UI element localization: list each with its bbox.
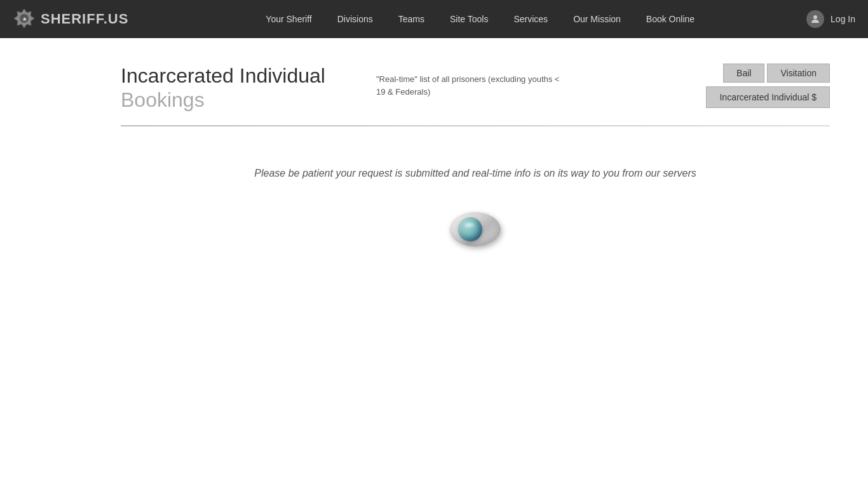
- loading-message: Please be patient your request is submit…: [254, 165, 696, 182]
- nav-your-sheriff[interactable]: Your Sheriff: [253, 9, 324, 29]
- visitation-button[interactable]: Visitation: [767, 64, 830, 83]
- globe-shine: [463, 221, 476, 229]
- page-subtitle: "Real-time" list of all prisoners (exclu…: [376, 73, 567, 98]
- user-icon: [806, 10, 824, 28]
- main-nav: Your Sheriff Divisions Teams Site Tools …: [154, 9, 806, 29]
- top-button-row: Bail Visitation: [723, 64, 830, 83]
- subtitle-area: "Real-time" list of all prisoners (exclu…: [325, 64, 706, 98]
- nav-divisions[interactable]: Divisions: [325, 9, 386, 29]
- sheriff-badge-icon: ★: [13, 8, 36, 30]
- globe-inner: [458, 217, 482, 241]
- header: ★ SHERIFF.US Your Sheriff Divisions Team…: [0, 0, 868, 38]
- divider: [121, 125, 830, 126]
- nav-book-online[interactable]: Book Online: [634, 9, 707, 29]
- title-accent: Bookings: [121, 88, 205, 111]
- logo-text: SHERIFF.US: [41, 11, 128, 27]
- login-button[interactable]: Log In: [831, 14, 855, 24]
- loading-spinner: [447, 207, 504, 252]
- title-section: Incarcerated Individual Bookings "Real-t…: [121, 64, 830, 112]
- header-right: Log In: [806, 10, 855, 28]
- right-buttons: Bail Visitation Incarcerated Individual …: [706, 64, 830, 108]
- nav-teams[interactable]: Teams: [386, 9, 437, 29]
- svg-point-3: [813, 15, 817, 19]
- nav-site-tools[interactable]: Site Tools: [437, 9, 501, 29]
- main-content: Incarcerated Individual Bookings "Real-t…: [0, 38, 868, 290]
- incarcerated-money-button[interactable]: Incarcerated Individual $: [706, 86, 830, 108]
- svg-text:★: ★: [22, 17, 27, 22]
- page-title: Incarcerated Individual Bookings: [121, 64, 325, 112]
- title-left: Incarcerated Individual Bookings: [121, 64, 325, 112]
- title-main: Incarcerated Individual: [121, 64, 325, 87]
- nav-services[interactable]: Services: [501, 9, 560, 29]
- globe-outer: [450, 212, 501, 247]
- loading-area: Please be patient your request is submit…: [121, 152, 830, 264]
- nav-our-mission[interactable]: Our Mission: [560, 9, 634, 29]
- bail-button[interactable]: Bail: [723, 64, 764, 83]
- logo-area[interactable]: ★ SHERIFF.US: [13, 8, 128, 30]
